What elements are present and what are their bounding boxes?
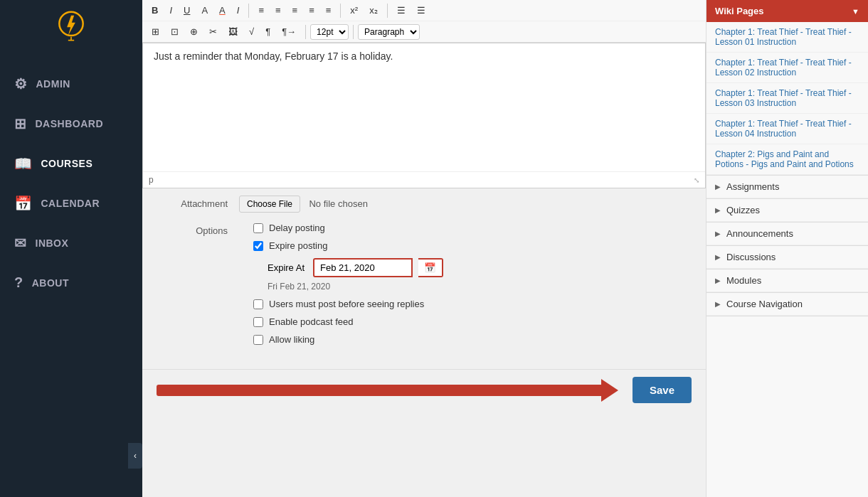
courses-icon: 📖 bbox=[14, 155, 33, 172]
announcements-item[interactable]: ▶ Announcements bbox=[706, 223, 868, 245]
dashboard-icon: ⊞ bbox=[14, 115, 27, 132]
announcements-label: Announcements bbox=[726, 228, 793, 239]
sidebar-nav: ⚙ ADMIN ⊞ DASHBOARD 📖 COURSES 📅 CALENDAR… bbox=[0, 64, 142, 302]
sidebar-item-about[interactable]: ? ABOUT bbox=[0, 263, 142, 302]
align-right-button[interactable]: ≡ bbox=[287, 2, 303, 18]
outdent-button[interactable]: ≡ bbox=[321, 2, 337, 18]
calendar-button[interactable]: 📅 bbox=[418, 258, 443, 277]
modules-label: Modules bbox=[726, 275, 761, 286]
separator2 bbox=[340, 4, 341, 18]
modules-item[interactable]: ▶ Modules bbox=[706, 269, 868, 292]
sidebar-item-courses[interactable]: 📖 COURSES bbox=[0, 144, 142, 183]
sidebar-label-inbox: INBOX bbox=[36, 237, 69, 249]
options-checkboxes: Delay posting Expire posting Expire At 📅… bbox=[253, 223, 692, 345]
editor-footer: p ⤡ bbox=[143, 171, 705, 188]
expire-posting-checkbox[interactable] bbox=[253, 241, 263, 251]
wiki-pages-chevron: ▼ bbox=[852, 7, 859, 16]
announcements-chevron: ▶ bbox=[715, 230, 721, 237]
editor-content[interactable]: Just a reminder that Monday, February 17… bbox=[143, 43, 705, 171]
sidebar-item-dashboard[interactable]: ⊞ DASHBOARD bbox=[0, 104, 142, 144]
form-section: Attachment Choose File No file chosen Op… bbox=[142, 188, 706, 369]
pilcrow2-button[interactable]: ¶→ bbox=[277, 23, 301, 40]
discussions-item[interactable]: ▶ Discussions bbox=[706, 246, 868, 269]
subscript-button[interactable]: x₂ bbox=[364, 2, 383, 18]
table-button[interactable]: ⊞ bbox=[147, 23, 164, 40]
editor-section: Just a reminder that Monday, February 17… bbox=[142, 43, 706, 497]
users-must-post-label[interactable]: Users must post before seeing replies bbox=[269, 299, 424, 309]
bold-button[interactable]: B bbox=[147, 2, 163, 18]
insert-button[interactable]: ⊡ bbox=[166, 23, 184, 40]
course-navigation-item[interactable]: ▶ Course Navigation bbox=[706, 293, 868, 316]
bottom-bar: Save bbox=[142, 369, 706, 410]
course-navigation-section: ▶ Course Navigation bbox=[706, 293, 868, 316]
italic2-button[interactable]: I bbox=[232, 2, 245, 18]
wiki-pages-section: Wiki Pages ▼ Chapter 1: Treat Thief - Tr… bbox=[706, 0, 868, 176]
svg-marker-1 bbox=[67, 16, 75, 36]
wiki-link-1[interactable]: Chapter 1: Treat Thief - Treat Thief - L… bbox=[706, 53, 868, 83]
sidebar-collapse-button[interactable]: ‹ bbox=[128, 443, 142, 469]
scissors-button[interactable]: ✂ bbox=[204, 23, 222, 40]
wiki-link-0[interactable]: Chapter 1: Treat Thief - Treat Thief - L… bbox=[706, 22, 868, 53]
sidebar-label-admin: ADMIN bbox=[36, 78, 70, 90]
highlight-button[interactable]: A bbox=[214, 2, 231, 18]
sidebar-item-inbox[interactable]: ✉ INBOX bbox=[0, 223, 142, 263]
expire-posting-row: Expire posting bbox=[253, 240, 692, 251]
expire-posting-label[interactable]: Expire posting bbox=[269, 240, 327, 251]
course-nav-label: Course Navigation bbox=[726, 299, 803, 309]
numbered-list-button[interactable]: ☰ bbox=[412, 2, 430, 18]
inbox-icon: ✉ bbox=[14, 235, 27, 252]
sidebar-item-calendar[interactable]: 📅 CALENDAR bbox=[0, 183, 142, 223]
allow-liking-label[interactable]: Allow liking bbox=[269, 334, 314, 345]
allow-liking-checkbox[interactable] bbox=[253, 335, 263, 345]
align-left-button[interactable]: ≡ bbox=[253, 2, 269, 18]
no-file-text: No file chosen bbox=[309, 198, 367, 209]
assignments-chevron: ▶ bbox=[715, 183, 721, 191]
assignments-item[interactable]: ▶ Assignments bbox=[706, 176, 868, 198]
bottom-arrow bbox=[157, 379, 618, 402]
quizzes-chevron: ▶ bbox=[715, 206, 721, 214]
sidebar-label-calendar: CALENDAR bbox=[41, 198, 100, 209]
discussions-chevron: ▶ bbox=[715, 253, 721, 261]
resize-handle[interactable]: ⤡ bbox=[694, 176, 699, 184]
indent-button[interactable]: ≡ bbox=[304, 2, 319, 18]
wiki-link-3[interactable]: Chapter 1: Treat Thief - Treat Thief - L… bbox=[706, 114, 868, 144]
toolbar-row2: ⊞ ⊡ ⊕ ✂ 🖼 √ ¶ ¶→ 12pt 10pt 14pt 16pt Par… bbox=[142, 21, 706, 42]
link-button[interactable]: ⊕ bbox=[185, 23, 203, 40]
italic-button[interactable]: I bbox=[164, 2, 177, 18]
underline-button[interactable]: U bbox=[179, 2, 195, 18]
paragraph-style-select[interactable]: Paragraph Heading 1 Heading 2 bbox=[358, 24, 420, 40]
wiki-link-4[interactable]: Chapter 2: Pigs and Paint and Potions - … bbox=[706, 144, 868, 175]
enable-podcast-checkbox[interactable] bbox=[253, 317, 263, 327]
sidebar-item-admin[interactable]: ⚙ ADMIN bbox=[0, 64, 142, 104]
math-button[interactable]: √ bbox=[244, 23, 259, 40]
delay-posting-label[interactable]: Delay posting bbox=[269, 223, 325, 233]
options-control: Delay posting Expire posting Expire At 📅… bbox=[239, 223, 692, 352]
right-panel: Wiki Pages ▼ Chapter 1: Treat Thief - Tr… bbox=[706, 0, 868, 497]
wiki-pages-header[interactable]: Wiki Pages ▼ bbox=[706, 0, 868, 22]
choose-file-button[interactable]: Choose File bbox=[239, 196, 300, 213]
expire-at-row: Expire At 📅 bbox=[268, 258, 692, 277]
enable-podcast-label[interactable]: Enable podcast feed bbox=[269, 316, 354, 327]
options-row: Options Delay posting bbox=[157, 223, 692, 352]
app-logo[interactable] bbox=[50, 7, 92, 50]
users-must-post-checkbox[interactable] bbox=[253, 299, 263, 309]
expire-date-input[interactable] bbox=[313, 258, 413, 277]
quizzes-item[interactable]: ▶ Quizzes bbox=[706, 199, 868, 222]
delay-posting-checkbox[interactable] bbox=[253, 223, 263, 233]
announcements-section: ▶ Announcements bbox=[706, 223, 868, 246]
font-color-button[interactable]: A bbox=[196, 2, 213, 18]
bullet-list-button[interactable]: ☰ bbox=[392, 2, 411, 18]
align-center-button[interactable]: ≡ bbox=[270, 2, 286, 18]
quizzes-label: Quizzes bbox=[726, 205, 760, 215]
wiki-link-2[interactable]: Chapter 1: Treat Thief - Treat Thief - L… bbox=[706, 83, 868, 114]
calendar-icon: 📅 bbox=[14, 195, 33, 212]
superscript-button[interactable]: x² bbox=[345, 2, 363, 18]
modules-section: ▶ Modules bbox=[706, 269, 868, 293]
save-button[interactable]: Save bbox=[633, 377, 692, 403]
modules-chevron: ▶ bbox=[715, 277, 721, 284]
image-button[interactable]: 🖼 bbox=[223, 23, 243, 40]
separator3 bbox=[387, 4, 388, 18]
font-size-select[interactable]: 12pt 10pt 14pt 16pt bbox=[310, 24, 349, 40]
expire-date-display: Fri Feb 21, 2020 bbox=[268, 282, 692, 292]
pilcrow-button[interactable]: ¶ bbox=[260, 23, 275, 40]
